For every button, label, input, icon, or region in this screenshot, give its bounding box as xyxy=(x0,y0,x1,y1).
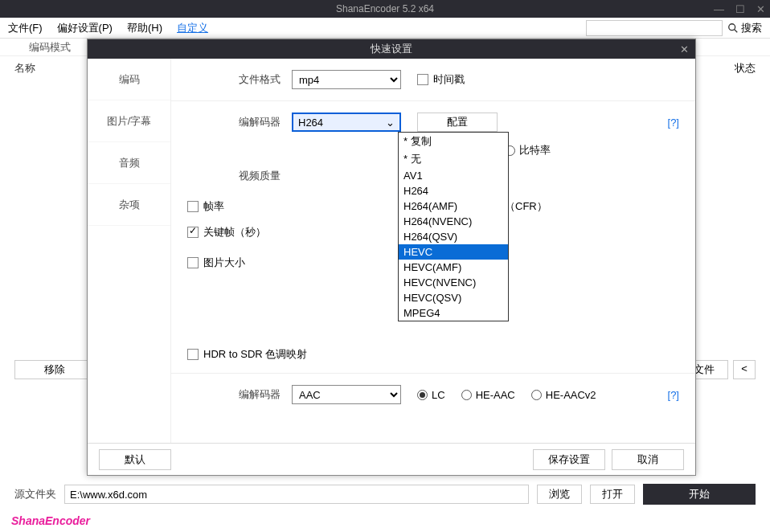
codec-option[interactable]: HEVC xyxy=(399,244,508,260)
audio-codec-label: 编解码器 xyxy=(187,387,292,402)
lc-radio[interactable] xyxy=(417,390,428,400)
video-quality-label: 视频质量 xyxy=(187,169,292,183)
source-folder-input[interactable] xyxy=(64,485,529,504)
search-label: 搜索 xyxy=(741,21,762,35)
row-file-format: 文件格式 mp4 时间戳 xyxy=(187,70,679,89)
window-controls: — ☐ ✕ xyxy=(714,3,765,15)
codec-option[interactable]: H264(NVENC) xyxy=(399,214,508,229)
start-button[interactable]: 开始 xyxy=(643,484,756,505)
codec-option[interactable]: HEVC(AMF) xyxy=(399,260,508,275)
titlebar: ShanaEncoder 5.2 x64 — ☐ ✕ xyxy=(0,0,770,18)
lc-radio-wrap[interactable]: LC xyxy=(417,389,445,401)
keyframe-checkbox-wrap[interactable]: 关键帧（秒） xyxy=(187,225,266,239)
codec-option[interactable]: MPEG4 xyxy=(399,305,508,321)
open-button[interactable]: 打开 xyxy=(590,485,635,504)
modal-close-button[interactable]: ✕ xyxy=(680,43,689,55)
menu-prefs[interactable]: 偏好设置(P) xyxy=(57,21,113,35)
fps-checkbox[interactable] xyxy=(187,201,199,212)
configure-button[interactable]: 配置 xyxy=(417,113,498,132)
modal-title: 快速设置 xyxy=(371,42,412,56)
brand-logo: ShanaEncoder xyxy=(11,514,90,527)
codec-label: 编解码器 xyxy=(187,115,292,129)
help-link-audio[interactable]: [?] xyxy=(668,389,679,401)
codec-value: H264 xyxy=(298,117,323,129)
menu-file[interactable]: 文件(F) xyxy=(8,21,43,35)
codec-option[interactable]: HEVC(QSV) xyxy=(399,290,508,305)
heaac-radio-wrap[interactable]: HE-AAC xyxy=(461,389,515,401)
keyframe-checkbox[interactable] xyxy=(187,227,199,238)
search-button[interactable]: 搜索 xyxy=(727,21,762,35)
help-link-video[interactable]: [?] xyxy=(668,117,679,129)
hdr-checkbox[interactable] xyxy=(187,349,199,360)
modal-body: 编码 图片/字幕 音频 杂项 文件格式 mp4 时间戳 编解码器 H264 ⌄ xyxy=(88,59,695,443)
encode-mode-label: 编码模式 xyxy=(29,40,71,55)
close-button[interactable]: ✕ xyxy=(756,3,765,15)
timestamp-label: 时间戳 xyxy=(433,72,465,87)
codec-option[interactable]: H264 xyxy=(399,183,508,198)
sidebar-item-misc[interactable]: 杂项 xyxy=(88,184,170,226)
svg-point-0 xyxy=(729,23,735,30)
source-folder-label: 源文件夹 xyxy=(14,487,56,501)
maximize-button[interactable]: ☐ xyxy=(735,3,745,15)
audio-codec-select[interactable]: AAC xyxy=(292,385,401,404)
sidebar-item-image[interactable]: 图片/字幕 xyxy=(88,100,170,142)
remove-button[interactable]: 移除 xyxy=(14,360,95,379)
browse-button[interactable]: 浏览 xyxy=(537,485,582,504)
timestamp-checkbox[interactable] xyxy=(417,74,428,85)
default-button[interactable]: 默认 xyxy=(99,449,171,470)
codec-option[interactable]: * 复制 xyxy=(399,133,508,150)
col-name: 名称 xyxy=(14,61,35,76)
image-size-checkbox-wrap[interactable]: 图片大小 xyxy=(187,256,245,270)
quick-settings-modal: 快速设置 ✕ 编码 图片/字幕 音频 杂项 文件格式 mp4 时间戳 编解码器 xyxy=(87,39,696,476)
codec-option[interactable]: AV1 xyxy=(399,168,508,183)
menu-custom[interactable]: 自定义 xyxy=(177,21,208,35)
divider xyxy=(171,100,695,101)
file-format-select[interactable]: mp4 xyxy=(292,70,401,89)
modal-sidebar: 编码 图片/字幕 音频 杂项 xyxy=(88,59,171,443)
bitrate-radio-wrap[interactable]: 比特率 xyxy=(505,143,551,158)
col-status: 状态 xyxy=(735,61,756,76)
divider xyxy=(171,373,695,374)
search-input[interactable] xyxy=(586,20,723,36)
fps-checkbox-wrap[interactable]: 帧率 xyxy=(187,199,224,214)
heaacv2-radio-wrap[interactable]: HE-AACv2 xyxy=(531,389,596,401)
codec-option[interactable]: HEVC(NVENC) xyxy=(399,275,508,290)
timestamp-checkbox-wrap[interactable]: 时间戳 xyxy=(417,72,465,87)
svg-line-1 xyxy=(735,29,738,32)
codec-option[interactable]: H264(AMF) xyxy=(399,198,508,214)
hdr-checkbox-wrap[interactable]: HDR to SDR 色调映射 xyxy=(187,347,307,362)
heaacv2-label: HE-AACv2 xyxy=(546,389,596,401)
cancel-button[interactable]: 取消 xyxy=(612,449,684,470)
footer: 源文件夹 浏览 打开 开始 xyxy=(14,484,756,505)
chevron-down-icon: ⌄ xyxy=(386,117,395,129)
menubar: 文件(F) 偏好设置(P) 帮助(H) 自定义 搜索 xyxy=(0,18,770,39)
sidebar-item-encode[interactable]: 编码 xyxy=(88,59,170,100)
fps-label: 帧率 xyxy=(203,199,224,214)
modal-footer: 默认 保存设置 取消 xyxy=(88,443,695,475)
row-codec: 编解码器 H264 ⌄ 配置 [?] xyxy=(187,113,679,132)
lc-label: LC xyxy=(432,389,445,401)
row-audio-codec: 编解码器 AAC LC HE-AAC HE-AACv2 [?] xyxy=(187,385,679,404)
back-button[interactable]: < xyxy=(733,360,756,379)
heaac-radio[interactable] xyxy=(461,390,472,400)
window-title: ShanaEncoder 5.2 x64 xyxy=(336,3,434,14)
image-size-label: 图片大小 xyxy=(203,256,245,270)
image-size-checkbox[interactable] xyxy=(187,257,199,268)
bitrate-label: 比特率 xyxy=(519,143,551,158)
codec-dropdown: * 复制* 无AV1H264H264(AMF)H264(NVENC)H264(Q… xyxy=(398,132,509,321)
modal-header: 快速设置 ✕ xyxy=(88,39,695,59)
sidebar-item-audio[interactable]: 音频 xyxy=(88,142,170,184)
modal-content: 文件格式 mp4 时间戳 编解码器 H264 ⌄ 配置 [?] xyxy=(171,59,695,443)
hdr-label: HDR to SDR 色调映射 xyxy=(203,347,307,362)
menu-help[interactable]: 帮助(H) xyxy=(127,21,162,35)
search-wrap: 搜索 xyxy=(586,20,762,36)
heaacv2-radio[interactable] xyxy=(531,390,542,400)
codec-select[interactable]: H264 ⌄ xyxy=(292,113,401,132)
search-icon xyxy=(727,23,739,34)
codec-option[interactable]: H264(QSV) xyxy=(399,229,508,244)
keyframe-label: 关键帧（秒） xyxy=(203,225,266,239)
codec-option[interactable]: * 无 xyxy=(399,150,508,168)
minimize-button[interactable]: — xyxy=(714,3,724,15)
save-settings-button[interactable]: 保存设置 xyxy=(533,449,605,470)
row-hdr: HDR to SDR 色调映射 xyxy=(187,347,679,362)
